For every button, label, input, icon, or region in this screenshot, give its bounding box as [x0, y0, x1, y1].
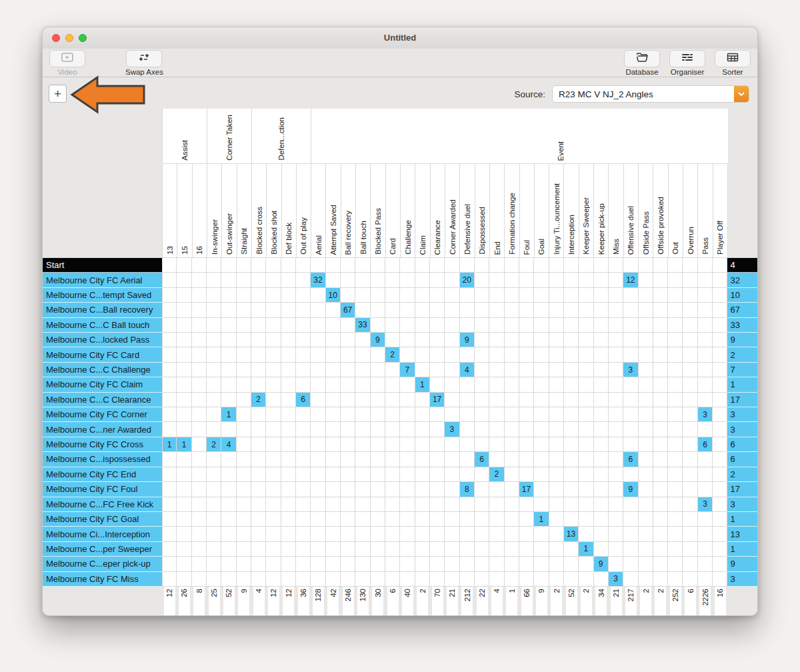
- matrix-cell[interactable]: [341, 258, 355, 273]
- matrix-cell[interactable]: 1: [534, 512, 549, 527]
- matrix-cell[interactable]: [549, 527, 564, 541]
- matrix-cell[interactable]: [207, 393, 221, 407]
- matrix-cell[interactable]: [192, 527, 207, 541]
- matrix-cell[interactable]: [475, 482, 489, 497]
- matrix-cell[interactable]: [177, 377, 191, 392]
- matrix-cell[interactable]: [594, 393, 609, 407]
- matrix-cell[interactable]: [385, 512, 400, 527]
- matrix-cell[interactable]: [489, 407, 504, 422]
- column-header-in-swinger[interactable]: In-swinger: [207, 164, 222, 257]
- matrix-cell[interactable]: [609, 377, 623, 392]
- matrix-cell[interactable]: [326, 333, 341, 347]
- matrix-cell[interactable]: [237, 482, 251, 497]
- matrix-cell[interactable]: [505, 497, 519, 512]
- matrix-cell[interactable]: [683, 437, 697, 452]
- matrix-cell[interactable]: [311, 437, 325, 452]
- matrix-cell[interactable]: [341, 273, 355, 287]
- matrix-cell[interactable]: [281, 422, 296, 437]
- matrix-cell[interactable]: [475, 572, 489, 587]
- matrix-cell[interactable]: [653, 467, 668, 482]
- matrix-cell[interactable]: [445, 497, 459, 512]
- matrix-cell[interactable]: [341, 512, 355, 527]
- matrix-cell[interactable]: [534, 437, 549, 452]
- matrix-cell[interactable]: [594, 527, 609, 541]
- matrix-cell[interactable]: [207, 377, 221, 392]
- matrix-cell[interactable]: [296, 557, 311, 571]
- matrix-cell[interactable]: [326, 542, 341, 557]
- matrix-cell[interactable]: [549, 482, 564, 497]
- matrix-cell[interactable]: [564, 333, 579, 347]
- matrix-cell[interactable]: [177, 557, 191, 571]
- column-header-blocked-pass[interactable]: Blocked Pass: [371, 164, 385, 257]
- matrix-cell[interactable]: [296, 452, 311, 467]
- matrix-cell[interactable]: [534, 542, 549, 557]
- matrix-cell[interactable]: [594, 377, 609, 392]
- column-header-defensive-duel[interactable]: Defensive duel: [460, 164, 475, 257]
- matrix-cell[interactable]: [698, 347, 713, 362]
- matrix-cell[interactable]: [192, 377, 207, 392]
- matrix-cell[interactable]: [430, 437, 445, 452]
- database-button[interactable]: Database: [624, 50, 660, 76]
- matrix-cell[interactable]: [371, 318, 385, 333]
- matrix-cell[interactable]: [668, 303, 683, 317]
- matrix-cell[interactable]: [251, 467, 266, 482]
- matrix-cell[interactable]: [221, 288, 236, 303]
- matrix-cell[interactable]: [355, 303, 370, 317]
- matrix-cell[interactable]: [311, 303, 325, 317]
- matrix-cell[interactable]: [460, 572, 475, 587]
- sorter-button[interactable]: Sorter: [715, 50, 751, 76]
- matrix-cell[interactable]: [371, 393, 385, 407]
- matrix-cell[interactable]: [653, 393, 668, 407]
- matrix-cell[interactable]: [371, 303, 385, 317]
- matrix-cell[interactable]: [698, 542, 713, 557]
- matrix-cell[interactable]: [549, 288, 564, 303]
- matrix-cell[interactable]: [668, 542, 683, 557]
- column-header-ball-touch[interactable]: Ball touch: [356, 164, 371, 257]
- matrix-cell[interactable]: [534, 258, 549, 273]
- matrix-cell[interactable]: [400, 512, 415, 527]
- matrix-cell[interactable]: [326, 497, 341, 512]
- matrix-cell[interactable]: [311, 347, 325, 362]
- matrix-cell[interactable]: [237, 333, 251, 347]
- matrix-cell[interactable]: [296, 347, 311, 362]
- matrix-cell[interactable]: [311, 288, 325, 303]
- matrix-cell[interactable]: [713, 437, 727, 452]
- matrix-cell[interactable]: [609, 437, 623, 452]
- matrix-cell[interactable]: [326, 452, 341, 467]
- matrix-cell[interactable]: [549, 347, 564, 362]
- matrix-cell[interactable]: [653, 437, 668, 452]
- matrix-cell[interactable]: [623, 393, 638, 407]
- row-label[interactable]: Melbourne C...FC Free Kick: [43, 497, 162, 512]
- matrix-cell[interactable]: [668, 512, 683, 527]
- matrix-cell[interactable]: [341, 482, 355, 497]
- matrix-cell[interactable]: [639, 452, 653, 467]
- matrix-cell[interactable]: [192, 333, 207, 347]
- matrix-cell[interactable]: [639, 437, 653, 452]
- matrix-cell[interactable]: [281, 467, 296, 482]
- matrix-cell[interactable]: [192, 467, 207, 482]
- matrix-cell[interactable]: [207, 512, 221, 527]
- matrix-cell[interactable]: [400, 482, 415, 497]
- matrix-cell[interactable]: [489, 393, 504, 407]
- matrix-cell[interactable]: [594, 333, 609, 347]
- matrix-cell[interactable]: [311, 422, 325, 437]
- matrix-cell[interactable]: [713, 318, 727, 333]
- matrix-cell[interactable]: [534, 318, 549, 333]
- matrix-cell[interactable]: [221, 377, 236, 392]
- matrix-cell[interactable]: [460, 407, 475, 422]
- matrix-cell[interactable]: [371, 452, 385, 467]
- matrix-cell[interactable]: [639, 347, 653, 362]
- row-label[interactable]: Melbourne C...ispossessed: [43, 452, 162, 467]
- matrix-cell[interactable]: [385, 288, 400, 303]
- matrix-cell[interactable]: [281, 407, 296, 422]
- matrix-cell[interactable]: [475, 437, 489, 452]
- matrix-cell[interactable]: [415, 407, 430, 422]
- matrix-cell[interactable]: [400, 437, 415, 452]
- matrix-cell[interactable]: [698, 333, 713, 347]
- matrix-cell[interactable]: [221, 542, 236, 557]
- matrix-cell[interactable]: [311, 467, 325, 482]
- matrix-cell[interactable]: [609, 452, 623, 467]
- matrix-cell[interactable]: [430, 318, 445, 333]
- matrix-cell[interactable]: [639, 542, 653, 557]
- matrix-cell[interactable]: 1: [221, 407, 236, 422]
